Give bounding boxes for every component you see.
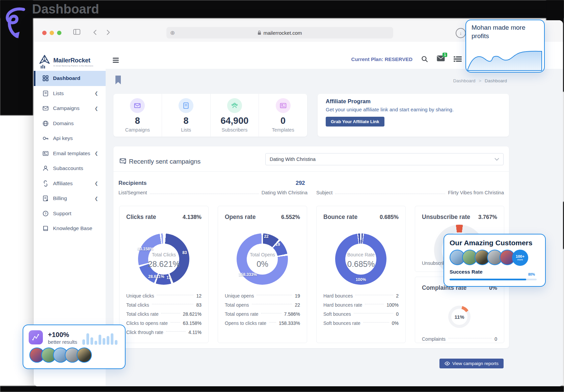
sidebar-item-label: Billing [53,195,67,201]
metric-row: Unique clicks12 [126,291,202,300]
sidebar-item-billing[interactable]: Billing ❮ [34,191,106,206]
metric-title: Bounce rate [323,214,357,221]
segment-label: 12 [166,275,171,280]
sidebar-item-dashboard[interactable]: Dashboard [34,71,106,86]
sidebar-item-affiliates[interactable]: Affiliates ❮ [34,176,106,191]
download-icon[interactable]: ↓ [456,28,466,38]
forward-button[interactable] [107,30,110,35]
dashboard-grid-icon [43,75,49,81]
sidebar-item-api-keys[interactable]: Api keys [34,131,106,146]
metric-row: Total opens rate7.586% [225,309,300,318]
ghost-page-title: Dashboard [32,2,99,17]
back-button[interactable] [93,30,97,35]
profit-area-chart [467,49,543,71]
stat-subscribers: 64,900 Subscribers [211,94,259,137]
results-bar-chart [82,330,122,345]
stat-label: Lists [162,127,210,133]
affiliate-loop-icon [43,180,49,187]
chevron-down-icon [494,158,499,161]
bookmark-icon[interactable] [115,75,122,85]
list-segment-label: List/Segment [118,190,147,195]
brand-name: MailerRocket [53,57,93,64]
dotted-leader [257,295,292,295]
menu-lines-icon[interactable] [454,56,462,62]
success-rate-bar [450,279,537,280]
dotted-leader [355,295,393,295]
person-icon [43,165,49,171]
sidebar-item-domains[interactable]: Domains [34,116,106,131]
url-text: mailerrocket.com [263,30,302,36]
sidebar-item-lists[interactable]: Lists ❮ [34,86,106,101]
campaign-select[interactable]: Dating With Christina [265,153,504,165]
campaign-select-value: Dating With Christina [270,157,316,162]
current-plan-label: Current Plan: RESERVED [351,56,412,62]
dotted-leader [269,322,276,323]
lists-doc-icon [179,98,193,113]
success-rate-fill [450,279,526,280]
notifications-mail-icon[interactable]: 1 [437,55,445,63]
sidebar-item-label: Domains [53,120,74,127]
sidebar-item-label: Email templates [53,150,90,157]
dotted-leader [261,313,281,313]
view-campaign-reports-button[interactable]: View campaign reports [439,359,504,368]
dotted-leader [354,313,393,313]
success-rate-label: Success Rate [450,269,483,275]
bounce-rate-card: Bounce rate 0.685% Bounce Rate 0.685% 10… [316,206,406,343]
campaign-meta-row: List/Segment Dating With Christina Subje… [118,190,504,195]
sidebar-item-knowledge-base[interactable]: Knowledge Base [34,221,106,236]
templates-card-icon [276,98,291,113]
dotted-leader [150,190,259,194]
minimize-window-button[interactable] [50,31,54,35]
sidebar-item-email-templates[interactable]: Email templates ❮ [34,146,106,161]
customers-title: Our Amazing Customers [450,239,532,247]
metric-rate: 0.685% [380,214,399,220]
dotted-leader [448,338,492,338]
mail-badge: 1 [442,53,447,57]
grab-affiliate-link-button[interactable]: Grab Your Affiliate Link [326,117,384,127]
breadcrumb: Dashboard > Dashboard [371,78,507,83]
dotted-leader [152,304,194,304]
metric-rate: 4.138% [183,214,202,220]
metric-title: Clicks rate [126,214,156,221]
chevron-collapse-icon: ❮ [95,106,98,111]
stat-label: Templates [259,127,307,133]
sidebar-item-support[interactable]: ? Support [34,206,106,221]
sidebar-item-campaigns[interactable]: Campaigns ❮ [34,101,106,116]
breadcrumb-item[interactable]: Dashboard [453,78,475,83]
maximize-window-button[interactable] [57,31,61,35]
stat-lists: 8 Lists [162,94,211,137]
search-icon[interactable] [421,56,428,62]
donut-center-value: 0.685% [317,259,405,269]
curly-arrow-doodle [4,7,26,41]
close-window-button[interactable] [42,31,47,35]
question-circle-icon: ? [43,211,49,217]
hamburger-menu-icon[interactable] [113,58,119,64]
results-overlay-card: +100% better results [23,325,126,369]
campaigns-mail-icon [43,105,49,111]
profit-overlay-card: Mohan made more profits [465,20,545,73]
sidebar-toggle-icon[interactable] [73,29,80,35]
results-label: better results [48,339,77,345]
more-customers-badge: 100+ more [512,250,528,266]
metric-row: Click through rate4.11% [126,328,202,337]
url-bar[interactable]: ⊕ mailerrocket.com [166,27,393,38]
dotted-leader [363,322,389,323]
customers-overlay-card: Our Amazing Customers 100+ more Success … [444,234,546,287]
metric-row: Unique opens19 [225,291,300,300]
dotted-leader [335,190,445,194]
subject-value: Flirty Vibes from Christina [448,190,504,195]
segment-label: 83 [182,250,187,255]
affiliate-description: Get your unique affiliate link and start… [326,107,454,112]
metric-rows: Unique opens19 Total opens22 Total opens… [225,291,300,328]
chevron-collapse-icon: ❮ [95,91,98,96]
clicks-rate-card: Clicks rate 4.138% Total Clicks 28.621% … [119,206,209,343]
subject-label: Subject [316,190,332,195]
key-icon [43,135,49,141]
donut-hole [345,244,376,275]
recipients-label: Recipients [118,180,146,186]
stat-value: 8 [113,116,162,126]
sidebar-item-subaccounts[interactable]: Subaccounts [34,161,106,176]
button-label: View campaign reports [452,361,499,366]
sidebar-item-label: Knowledge Base [53,225,92,231]
svg-text:?: ? [45,212,47,215]
